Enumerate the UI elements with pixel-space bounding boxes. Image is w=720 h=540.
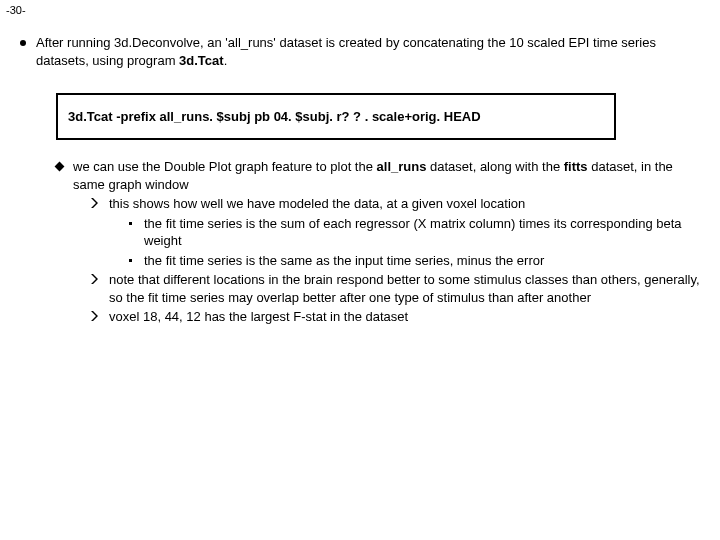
intro-program: 3d.Tcat bbox=[179, 53, 224, 68]
chevron-right-icon bbox=[91, 198, 99, 208]
chevron-text: note that different locations in the bra… bbox=[109, 271, 700, 306]
chevron-body: this shows how well we have modeled the … bbox=[109, 195, 700, 269]
command-box: 3d.Tcat -prefix all_runs. $subj pb 04. $… bbox=[56, 93, 616, 140]
small-bullet-icon bbox=[129, 222, 132, 225]
chevron-text: this shows how well we have modeled the … bbox=[109, 195, 700, 213]
chevron-right-icon bbox=[91, 274, 99, 284]
diamond-row: we can use the Double Plot graph feature… bbox=[56, 158, 700, 326]
small-bullet-icon bbox=[129, 259, 132, 262]
chevron-row: voxel 18, 44, 12 has the largest F-stat … bbox=[91, 308, 700, 326]
small-text: the fit time series is the sum of each r… bbox=[144, 215, 700, 250]
chevron-row: this shows how well we have modeled the … bbox=[91, 195, 700, 269]
diamond-bullet-icon bbox=[55, 162, 65, 172]
small-row: the fit time series is the same as the i… bbox=[129, 252, 700, 270]
diamond-b2: fitts bbox=[564, 159, 588, 174]
chevron-right-icon bbox=[91, 311, 99, 321]
intro-post: . bbox=[224, 53, 228, 68]
bullet-disc-icon bbox=[20, 40, 26, 46]
command-box-wrap: 3d.Tcat -prefix all_runs. $subj pb 04. $… bbox=[56, 93, 700, 140]
intro-text: After running 3d.Deconvolve, an 'all_run… bbox=[36, 34, 700, 69]
sub-list: we can use the Double Plot graph feature… bbox=[56, 158, 700, 326]
diamond-b1: all_runs bbox=[377, 159, 427, 174]
diamond-p1: we can use the Double Plot graph feature… bbox=[73, 159, 377, 174]
small-text: the fit time series is the same as the i… bbox=[144, 252, 544, 270]
chevron-row: note that different locations in the bra… bbox=[91, 271, 700, 306]
small-row: the fit time series is the sum of each r… bbox=[129, 215, 700, 250]
intro-pre: After running 3d.Deconvolve, an 'all_run… bbox=[36, 35, 656, 68]
diamond-body: we can use the Double Plot graph feature… bbox=[73, 158, 700, 326]
small-list: the fit time series is the sum of each r… bbox=[129, 215, 700, 270]
diamond-p2: dataset, along with the bbox=[426, 159, 563, 174]
chevron-text: voxel 18, 44, 12 has the largest F-stat … bbox=[109, 308, 408, 326]
page-number: -30- bbox=[0, 0, 720, 16]
page-content: After running 3d.Deconvolve, an 'all_run… bbox=[0, 16, 720, 326]
intro-row: After running 3d.Deconvolve, an 'all_run… bbox=[20, 34, 700, 69]
diamond-text: we can use the Double Plot graph feature… bbox=[73, 158, 700, 193]
chevron-list: this shows how well we have modeled the … bbox=[91, 195, 700, 326]
